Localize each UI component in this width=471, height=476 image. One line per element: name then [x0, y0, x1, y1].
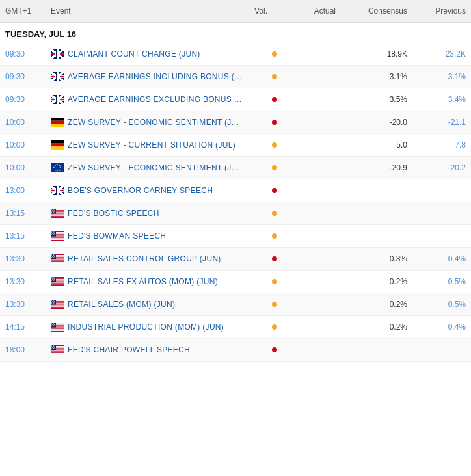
table-row[interactable]: 09:30 AVERAGE EARNINGS INCLUDING BONUS (…: [0, 66, 471, 88]
event-consensus: -20.9: [336, 163, 407, 172]
col-consensus: Consensus: [336, 7, 407, 16]
svg-rect-121: [51, 353, 64, 354]
event-time: 13:30: [5, 277, 51, 286]
event-info: AVERAGE EARNINGS INCLUDING BONUS (…: [51, 72, 245, 81]
event-name: FED'S BOWMAN SPEECH: [68, 231, 166, 241]
table-row[interactable]: 13:00 BOE'S GOVERNOR CARNEY SPEECH: [0, 179, 471, 202]
event-vol: [245, 51, 277, 57]
yellow-dot-icon: [272, 302, 277, 307]
flag-us-icon: ★★★ ★★ ★★★: [51, 231, 64, 241]
svg-text:★: ★: [54, 347, 56, 350]
event-vol: [245, 211, 277, 216]
svg-text:★: ★: [54, 256, 56, 259]
col-actual: Actual: [277, 7, 336, 16]
yellow-dot-icon: [272, 142, 277, 148]
svg-rect-104: [51, 329, 64, 330]
flag-uk-icon: [51, 72, 64, 81]
event-vol: [245, 142, 277, 148]
event-previous: 23.2K: [407, 49, 466, 59]
table-row[interactable]: 13:30 ★★★ ★★ ★★★ RETAIL SALES EX AUTOS (…: [0, 271, 471, 293]
table-row[interactable]: 09:30 AVERAGE EARNINGS EXCLUDING BONUS ……: [0, 88, 471, 111]
event-info: ★★★ ★★ ★★★ RETAIL SALES CONTROL GROUP (J…: [51, 254, 245, 263]
red-dot-icon: [272, 120, 277, 125]
col-previous: Previous: [407, 7, 466, 16]
event-vol: [245, 324, 277, 330]
event-vol: [245, 188, 277, 193]
svg-rect-25: [51, 217, 64, 217]
svg-rect-89: [51, 308, 64, 308]
svg-rect-72: [51, 284, 64, 284]
table-row[interactable]: 13:30 ★★★ ★★ ★★★ RETAIL SALES CONTROL GR…: [0, 248, 471, 271]
table-row[interactable]: 18:00 ★★★ ★★ ★★★ FED'S CHAIR POWELL SPEE…: [0, 339, 471, 362]
yellow-dot-icon: [272, 211, 277, 216]
event-previous: 3.1%: [407, 72, 466, 81]
yellow-dot-icon: [272, 324, 277, 330]
event-previous: 0.4%: [407, 323, 466, 332]
table-row[interactable]: 09:30 CLAIMANT COUNT CHANGE (JUN) 18.9K …: [0, 43, 471, 66]
event-vol: [245, 302, 277, 307]
event-consensus: 18.9K: [336, 49, 407, 59]
event-vol: [245, 347, 277, 352]
event-vol: [245, 256, 277, 261]
event-vol: [245, 97, 277, 102]
table-row[interactable]: 10:00 ZEW SURVEY - ECONOMIC SENTIMENT (J…: [0, 111, 471, 134]
event-previous: 0.5%: [407, 277, 466, 286]
col-vol: Vol.: [245, 7, 277, 16]
svg-rect-71: [51, 282, 64, 283]
table-row[interactable]: 13:30 ★★★ ★★ ★★★ RETAIL SALES (MOM) (JUN…: [0, 293, 471, 316]
event-consensus: -20.0: [336, 118, 407, 127]
svg-rect-73: [51, 285, 64, 285]
event-consensus: 3.1%: [336, 72, 407, 81]
svg-rect-120: [51, 352, 64, 352]
svg-rect-3: [51, 118, 64, 121]
table-row[interactable]: 13:15 ★★★ ★★ ★★★ FED'S BOSTIC SPEECH: [0, 202, 471, 225]
flag-eu-icon: ★ ★ ★ ★ ★ ★ ★ ★: [51, 163, 64, 172]
event-time: 10:00: [5, 118, 51, 127]
flag-us-icon: ★★★ ★★ ★★★: [51, 300, 64, 309]
event-vol: [245, 120, 277, 125]
event-info: AVERAGE EARNINGS EXCLUDING BONUS …: [51, 95, 245, 104]
event-name: ZEW SURVEY - CURRENT SITUATION (JUL): [68, 140, 236, 150]
flag-us-icon: ★★★ ★★ ★★★: [51, 254, 64, 263]
table-row[interactable]: 13:15 ★★★ ★★ ★★★ FED'S BOWMAN SPEECH: [0, 225, 471, 248]
section-title: TUESDAY, JUL 16: [0, 23, 471, 43]
svg-rect-18: [51, 186, 64, 195]
flag-de-icon: [51, 140, 64, 150]
svg-text:★: ★: [54, 211, 56, 213]
event-name: ZEW SURVEY - ECONOMIC SENTIMENT (J…: [68, 163, 239, 172]
event-previous: -20.2: [407, 163, 466, 172]
event-time: 13:30: [5, 254, 51, 263]
table-row[interactable]: 10:00 ZEW SURVEY - CURRENT SITUATION (JU…: [0, 134, 471, 157]
event-time: 09:30: [5, 72, 51, 81]
svg-rect-41: [51, 239, 64, 240]
svg-rect-2: [51, 95, 64, 104]
event-time: 13:00: [5, 186, 51, 195]
svg-rect-87: [51, 305, 64, 306]
svg-text:★: ★: [53, 166, 55, 169]
event-time: 09:30: [5, 49, 51, 59]
event-consensus: 5.0: [336, 140, 407, 150]
flag-us-icon: ★★★ ★★ ★★★: [51, 323, 64, 332]
event-name: FED'S CHAIR POWELL SPEECH: [68, 345, 190, 354]
event-previous: 3.4%: [407, 95, 466, 104]
event-previous: 0.5%: [407, 300, 466, 309]
yellow-dot-icon: [272, 165, 277, 170]
flag-uk-icon: [51, 186, 64, 195]
event-vol: [245, 165, 277, 170]
flag-us-icon: ★★★ ★★ ★★★: [51, 277, 64, 286]
event-vol: [245, 233, 277, 239]
svg-text:★: ★: [56, 170, 59, 172]
svg-text:★: ★: [59, 169, 61, 172]
event-info: ★★★ ★★ ★★★ RETAIL SALES (MOM) (JUN): [51, 300, 245, 309]
event-time: 10:00: [5, 140, 51, 150]
svg-rect-5: [51, 124, 64, 127]
event-info: ★★★ ★★ ★★★ INDUSTRIAL PRODUCTION (MOM) (…: [51, 323, 245, 332]
event-name: AVERAGE EARNINGS INCLUDING BONUS (…: [68, 72, 242, 81]
svg-text:★: ★: [54, 302, 56, 304]
event-name: AVERAGE EARNINGS EXCLUDING BONUS …: [68, 95, 242, 104]
table-row[interactable]: 10:00 ★ ★ ★ ★ ★ ★ ★ ★ ZEW SURVEY - ECONO…: [0, 157, 471, 179]
svg-text:★: ★: [54, 233, 56, 236]
flag-uk-icon: [51, 95, 64, 104]
table-row[interactable]: 14:15 ★★★ ★★ ★★★ INDUSTRIAL PRODUCTION (…: [0, 316, 471, 339]
red-dot-icon: [272, 188, 277, 193]
